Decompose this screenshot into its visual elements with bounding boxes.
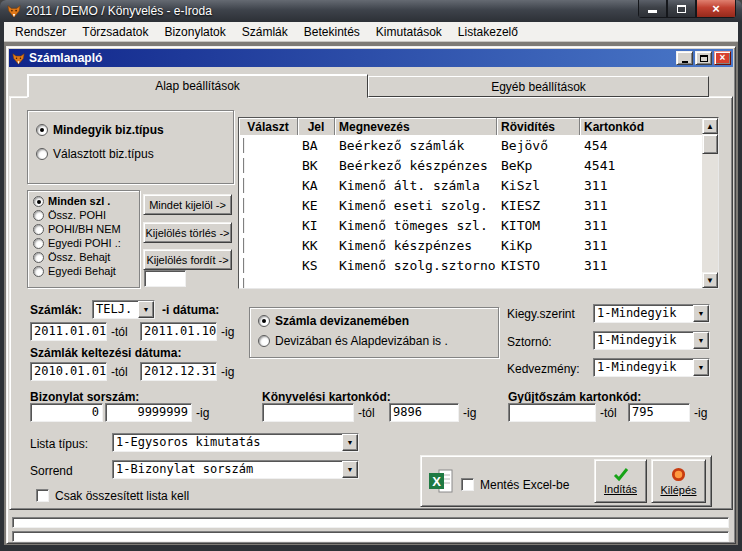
menu-item-betekintes[interactable]: Betekintés (296, 23, 368, 41)
header-rovidites: Rövidítés (497, 118, 580, 135)
maximize-button[interactable] (667, 0, 696, 18)
radio-mindegyik-biztipus[interactable] (36, 124, 48, 136)
kijeloles-fordit-button[interactable]: Kijelölés fordít -> (143, 249, 232, 270)
datum-ig-input[interactable]: 2011.01.10 (140, 322, 217, 341)
table-row[interactable]: KE Kimenő eseti szolg. KIESZ 311 (239, 195, 718, 215)
telj-combobox[interactable]: TELJ. ▼ (92, 300, 155, 319)
label-kedvezmeny: Kedvezmény: (507, 362, 580, 376)
cell-megnevezes: Kimenő eseti szolg. (335, 198, 497, 213)
row-select-checkbox[interactable] (243, 238, 245, 253)
cell-kartonkod: 454 (580, 138, 718, 153)
row-select-checkbox[interactable] (243, 138, 245, 153)
menu-item-torzsadatok[interactable]: Törzsadatok (74, 23, 156, 41)
table-row[interactable]: KS Kimenő szolg.sztorno KISTO 311 (239, 255, 718, 275)
dialog-minimize-button[interactable] (676, 51, 693, 65)
scrollbar-thumb[interactable] (702, 134, 718, 154)
table-scrollbar[interactable]: ▲ ▼ (702, 118, 718, 288)
combo-value: 1-Mindegyik (594, 359, 693, 376)
tab-egyeb-beallitasok[interactable]: Egyéb beállítások (368, 76, 709, 97)
lista-tipus-combobox[interactable]: 1-Egysoros kimutatás ▼ (112, 433, 359, 452)
row-select-checkbox[interactable] (243, 218, 245, 233)
table-row[interactable]: KI Kimenő tömeges szl. KITOM 311 (239, 215, 718, 235)
kiegy-combobox[interactable]: 1-Mindegyik ▼ (593, 304, 710, 323)
bizonylat-from-input[interactable]: 0 (30, 403, 103, 422)
exit-circle-icon (671, 467, 686, 482)
row-select-checkbox[interactable] (243, 198, 245, 213)
kijeloles-torles-button[interactable]: Kijelölés törlés -> (143, 222, 232, 243)
chevron-down-icon[interactable]: ▼ (693, 305, 709, 322)
svg-text:X: X (432, 474, 441, 489)
chevron-down-icon[interactable]: ▼ (138, 301, 154, 318)
radio-minden-szl[interactable] (33, 196, 44, 207)
minimize-button[interactable] (638, 0, 667, 18)
menu-item-listakezelo[interactable]: Listakezelő (450, 23, 526, 41)
row-select-checkbox[interactable] (243, 278, 245, 290)
label-ig: -ig (694, 406, 707, 420)
mentes-excel-checkbox[interactable] (461, 478, 474, 491)
cell-kartonkod: 311 (580, 238, 718, 253)
label-mindegyik-biztipus: Mindegyik biz.típus (53, 123, 164, 137)
screenshot-root: 2011 / DEMO / Könyvelés - e-Iroda × Rend… (0, 0, 742, 551)
menu-item-bizonylatok[interactable]: Bizonylatok (156, 23, 233, 41)
dialog-maximize-button[interactable] (695, 51, 712, 65)
row-select-checkbox[interactable] (243, 258, 245, 273)
kilepes-button[interactable]: Kilépés (651, 459, 706, 503)
tab-alap-beallitasok[interactable]: Alap beállítások (27, 74, 368, 98)
radio-devizaban-es-alapdevizaban[interactable] (258, 335, 270, 347)
menu-item-szamlak[interactable]: Számlák (234, 23, 296, 41)
row-select-checkbox[interactable] (243, 178, 245, 193)
cell-kartonkod: 311 (580, 178, 718, 193)
chevron-down-icon[interactable]: ▼ (693, 359, 709, 376)
menu-item-rendszer[interactable]: Rendszer (7, 23, 74, 41)
label-mentes-excel: Mentés Excel-be (480, 478, 569, 492)
radio-egyedi-behajt[interactable] (33, 266, 44, 277)
label-ig: -ig (221, 325, 234, 339)
mindet-kijelol-button[interactable]: Mindet kijelöl -> (143, 194, 232, 215)
keltezes-tol-input[interactable]: 2010.01.01 (30, 362, 107, 381)
egyedi-behajt-input[interactable] (144, 270, 186, 287)
sztorno-combobox[interactable]: 1-Mindegyik ▼ (593, 331, 710, 350)
bizonylat-to-input[interactable]: 9999999 (105, 403, 192, 422)
osszesitett-checkbox[interactable] (36, 489, 49, 502)
radio-egyedi-pohi[interactable] (33, 238, 44, 249)
chevron-down-icon[interactable]: ▼ (342, 461, 358, 478)
label-tol: -tól (600, 406, 617, 420)
table-row[interactable]: BK Beérkező készpénzes BeKp 4541 (239, 155, 718, 175)
table-row[interactable]: KA Kimenő ált. számla KiSzl 311 (239, 175, 718, 195)
window-controls: × (638, 0, 736, 18)
konyvelesi-to-input[interactable]: 9896 (389, 403, 459, 422)
close-button[interactable]: × (696, 0, 736, 18)
table-row[interactable]: BA Beérkező számlák Bejövő 454 (239, 135, 718, 155)
scroll-down-icon[interactable]: ▼ (702, 272, 718, 288)
gyujto-from-input[interactable] (508, 403, 596, 422)
konyvelesi-from-input[interactable] (262, 403, 354, 422)
os-titlebar[interactable]: 2011 / DEMO / Könyvelés - e-Iroda × (0, 0, 742, 22)
dialog-titlebar[interactable]: Számlanapló × (9, 49, 733, 67)
menu-item-kimutatasok[interactable]: Kimutatások (368, 23, 450, 41)
radio-szamla-devizanemeben[interactable] (258, 315, 270, 327)
inditas-button[interactable]: Indítás (594, 459, 647, 503)
table-row[interactable]: KK Kimenő készpénzes KiKp 311 (239, 235, 718, 255)
combo-value: TELJ. (93, 301, 138, 318)
cell-rovidites: KITOM (497, 218, 580, 233)
cell-jel: KS (298, 258, 335, 273)
label-bizonylat-sorszam: Bizonylat sorszám: (30, 390, 139, 404)
chevron-down-icon[interactable]: ▼ (693, 332, 709, 349)
table-row-partial[interactable] (239, 275, 718, 289)
dialog-close-button[interactable]: × (714, 51, 731, 65)
cell-megnevezes: Kimenő ált. számla (335, 178, 497, 193)
radio-pohi-bh-nem[interactable] (33, 224, 44, 235)
keltezes-ig-input[interactable]: 2012.12.31 (140, 362, 217, 381)
chevron-down-icon[interactable]: ▼ (342, 434, 358, 451)
radio-valasztott-biztipus[interactable] (36, 148, 48, 160)
gyujto-to-input[interactable]: 795 (628, 403, 690, 422)
datum-tol-input[interactable]: 2011.01.01 (30, 322, 107, 341)
dialog-window-controls: × (676, 51, 731, 65)
scroll-up-icon[interactable]: ▲ (702, 118, 718, 134)
radio-ossz-pohi[interactable] (33, 210, 44, 221)
label-tol: -tól (358, 406, 375, 420)
row-select-checkbox[interactable] (243, 158, 245, 173)
kedvezmeny-combobox[interactable]: 1-Mindegyik ▼ (593, 358, 710, 377)
radio-ossz-behajt[interactable] (33, 252, 44, 263)
sorrend-combobox[interactable]: 1-Bizonylat sorszám ▼ (112, 460, 359, 479)
